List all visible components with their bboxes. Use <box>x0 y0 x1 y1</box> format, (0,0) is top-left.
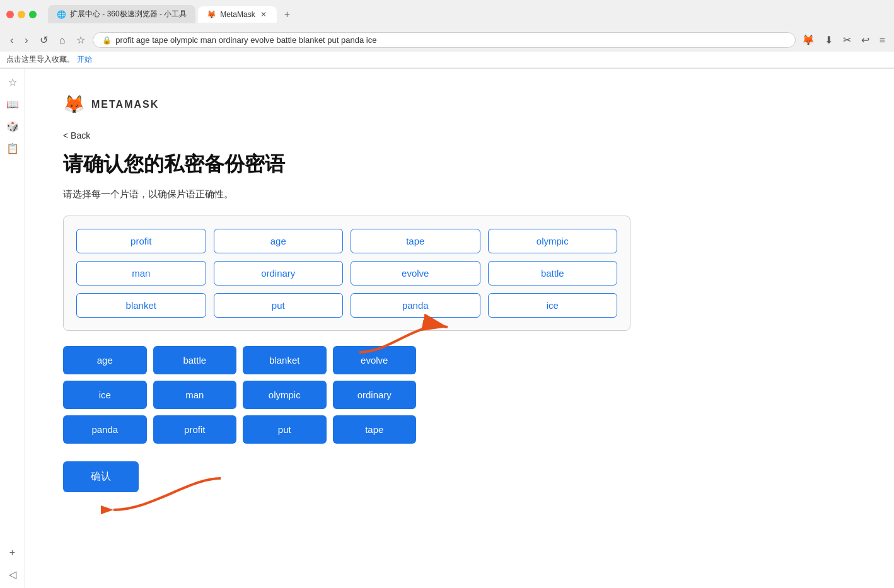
word-selection-grid: profitagetapeolympicmanordinaryevolvebat… <box>76 229 617 318</box>
history-button[interactable]: ↩ <box>859 33 872 47</box>
tab-metamask-icon: 🦊 <box>207 10 216 19</box>
confirm-button[interactable]: 确认 <box>63 461 139 492</box>
forward-button[interactable]: › <box>21 33 32 47</box>
metamask-brand-title: METAMASK <box>91 99 159 110</box>
sidebar-reading-icon[interactable]: 📖 <box>6 98 19 110</box>
metamask-logo-icon: 🦊 <box>63 94 85 115</box>
tab-metamask-label: MetaMask <box>220 10 255 19</box>
word-chip-panda[interactable]: panda <box>351 293 480 318</box>
word-button-evolve[interactable]: evolve <box>333 346 417 374</box>
word-selection-box: profitagetapeolympicmanordinaryevolvebat… <box>63 216 630 331</box>
word-chip-ordinary[interactable]: ordinary <box>214 261 344 285</box>
minimize-window-button[interactable] <box>18 11 25 18</box>
word-button-ice[interactable]: ice <box>63 381 147 409</box>
word-button-ordinary[interactable]: ordinary <box>333 381 417 409</box>
word-button-blanket[interactable]: blanket <box>243 346 327 374</box>
bookmark-bar: 点击这里导入收藏。 开始 <box>0 52 894 68</box>
home-button[interactable]: ⌂ <box>55 33 69 47</box>
window-controls <box>6 11 37 18</box>
address-bar: ‹ › ↺ ⌂ ☆ 🔒 profit age tape olympic man … <box>0 28 894 52</box>
address-text: profit age tape olympic man ordinary evo… <box>115 35 376 45</box>
sidebar-games-icon[interactable]: 🎲 <box>6 120 19 132</box>
word-button-profit[interactable]: profit <box>153 415 237 444</box>
browser-chrome: 🌐 扩展中心 - 360极速浏览器 - 小工具 🦊 MetaMask ✕ + ‹… <box>0 0 894 69</box>
new-tab-button[interactable]: + <box>279 6 295 23</box>
scissors-button[interactable]: ✂ <box>840 33 854 47</box>
title-bar: 🌐 扩展中心 - 360极速浏览器 - 小工具 🦊 MetaMask ✕ + <box>0 0 894 28</box>
metamask-extension-button[interactable]: 🦊 <box>799 33 817 47</box>
word-button-olympic[interactable]: olympic <box>243 381 327 409</box>
close-window-button[interactable] <box>6 11 14 18</box>
word-chip-olympic[interactable]: olympic <box>488 229 618 253</box>
lock-icon: 🔒 <box>102 36 112 45</box>
word-chip-put[interactable]: put <box>214 293 344 318</box>
word-chip-age[interactable]: age <box>214 229 344 253</box>
main-layout: ☆ 📖 🎲 📋 + ◁ 🦊 METAMASK < Back 请确认您的私密备份密… <box>0 69 894 588</box>
maximize-window-button[interactable] <box>29 11 37 18</box>
word-chip-tape[interactable]: tape <box>351 229 480 253</box>
star-button[interactable]: ☆ <box>73 33 89 47</box>
tab-close-icon[interactable]: ✕ <box>259 10 268 19</box>
tab-bar: 🌐 扩展中心 - 360极速浏览器 - 小工具 🦊 MetaMask ✕ + <box>42 5 888 23</box>
sidebar-add-icon[interactable]: + <box>9 547 15 558</box>
metamask-header: 🦊 METAMASK <box>63 94 630 115</box>
word-chip-blanket[interactable]: blanket <box>76 293 206 318</box>
word-chip-man[interactable]: man <box>76 261 206 285</box>
word-button-tape[interactable]: tape <box>333 415 417 444</box>
word-chip-profit[interactable]: profit <box>76 229 206 253</box>
word-button-man[interactable]: man <box>153 381 237 409</box>
browser-actions: 🦊 ⬇ ✂ ↩ ≡ <box>799 33 888 47</box>
sidebar-favorites-icon[interactable]: ☆ <box>8 76 17 88</box>
word-chip-evolve[interactable]: evolve <box>351 261 480 285</box>
sidebar: ☆ 📖 🎲 📋 + ◁ <box>0 69 25 588</box>
word-button-panda[interactable]: panda <box>63 415 147 444</box>
tab-extensions-icon: 🌐 <box>57 10 66 19</box>
tab-metamask[interactable]: 🦊 MetaMask ✕ <box>198 6 276 23</box>
page-title: 请确认您的私密备份密语 <box>63 151 630 178</box>
sidebar-collapse-icon[interactable]: ◁ <box>9 568 16 580</box>
word-chip-ice[interactable]: ice <box>488 293 618 318</box>
content-wrapper: 🦊 METAMASK < Back 请确认您的私密备份密语 请选择每一个片语，以… <box>63 94 630 492</box>
menu-button[interactable]: ≡ <box>877 33 888 47</box>
word-button-battle[interactable]: battle <box>153 346 237 374</box>
bottom-section: agebattleblanketevolveicemanolympicordin… <box>63 346 630 444</box>
word-button-put[interactable]: put <box>243 415 327 444</box>
back-button[interactable]: ‹ <box>6 33 17 47</box>
download-button[interactable]: ⬇ <box>822 33 835 47</box>
tab-extensions[interactable]: 🌐 扩展中心 - 360极速浏览器 - 小工具 <box>48 5 195 23</box>
word-button-age[interactable]: age <box>63 346 147 374</box>
sidebar-clipboard-icon[interactable]: 📋 <box>6 142 19 154</box>
word-buttons-grid: agebattleblanketevolveicemanolympicordin… <box>63 346 416 444</box>
page-subtitle: 请选择每一个片语，以确保片语正确性。 <box>63 188 630 200</box>
address-input[interactable]: 🔒 profit age tape olympic man ordinary e… <box>93 32 795 48</box>
bookmark-start-link[interactable]: 开始 <box>77 54 92 65</box>
word-chip-battle[interactable]: battle <box>488 261 618 285</box>
back-link[interactable]: < Back <box>63 130 90 141</box>
page-content: 🦊 METAMASK < Back 请确认您的私密备份密语 请选择每一个片语，以… <box>25 69 894 588</box>
reload-button[interactable]: ↺ <box>36 33 52 47</box>
tab-extensions-label: 扩展中心 - 360极速浏览器 - 小工具 <box>70 9 187 20</box>
bookmark-text: 点击这里导入收藏。 <box>6 54 74 65</box>
